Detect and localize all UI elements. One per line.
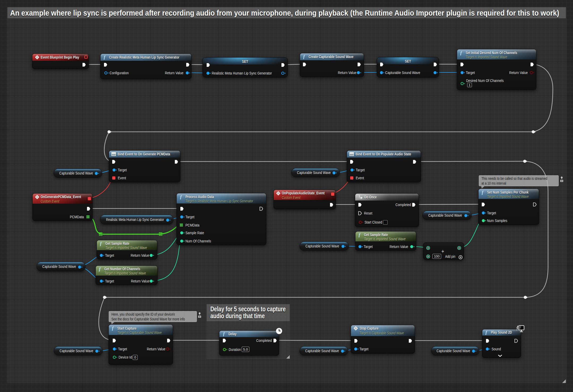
svg-text:1: 1 bbox=[359, 195, 360, 197]
